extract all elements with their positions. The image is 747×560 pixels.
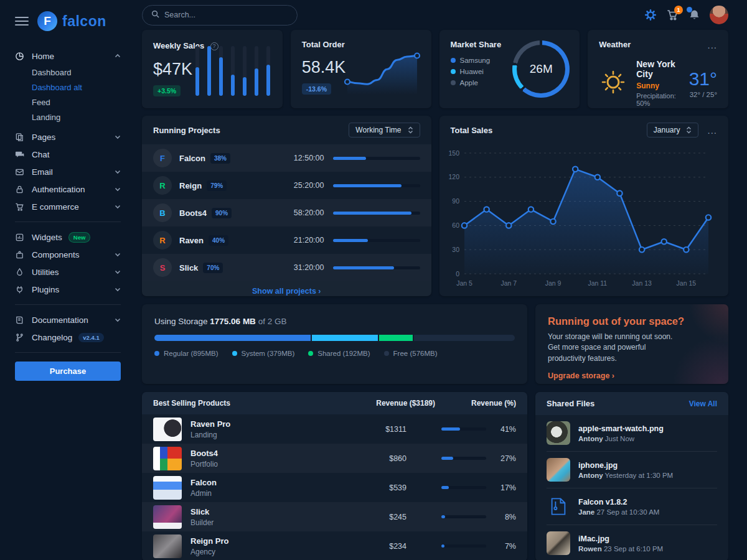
legend-dot <box>384 351 389 356</box>
search-input[interactable] <box>164 11 288 19</box>
legend-item: Free (576MB) <box>384 350 438 357</box>
bell-icon[interactable] <box>688 9 700 21</box>
legend-dot <box>451 69 456 74</box>
product-row[interactable]: Raven ProLanding $1311 41% <box>142 414 527 444</box>
sidebar-item-home[interactable]: Home <box>15 47 121 65</box>
product-row[interactable]: Reign ProAgency $234 7% <box>142 531 527 560</box>
settings-gear-icon[interactable] <box>644 9 657 21</box>
product-row[interactable]: SlickBuilder $245 8% <box>142 502 527 531</box>
home-submenu: Dashboard Dashboard alt Feed Landing <box>15 65 121 124</box>
sidebar-item-utilities[interactable]: Utilities <box>15 263 121 281</box>
project-row[interactable]: F Falcon 38% 12:50:00 <box>142 144 431 172</box>
avatar[interactable] <box>710 6 728 24</box>
product-thumbnail <box>153 476 182 500</box>
water-drop-icon <box>15 268 26 277</box>
weekly-sales-bar-chart <box>195 46 270 96</box>
working-time-select[interactable]: Working Time <box>349 123 420 138</box>
project-progress-bar <box>333 212 420 215</box>
falcon-logo[interactable]: F falcon <box>37 11 106 31</box>
hamburger-menu-icon[interactable] <box>15 14 29 28</box>
market-share-card: Market Share Samsung Huawei Apple 26M <box>439 30 580 108</box>
sidebar-nav-docs: Documentation Changelog v2.4.1 <box>0 311 132 346</box>
sidebar-item-pages[interactable]: Pages <box>15 128 121 146</box>
sidebar-divider <box>15 352 121 353</box>
file-row[interactable]: Falcon v1.8.2 Jane 27 Sep at 10:30 AM <box>547 488 717 525</box>
sidebar-item-widgets[interactable]: Widgets New <box>15 228 121 246</box>
space-title: Running out of your space? <box>548 315 716 327</box>
project-progress-badge: 70% <box>203 263 223 273</box>
weather-condition: Sunny <box>636 82 680 90</box>
sidebar-item-email[interactable]: Email <box>15 163 121 180</box>
search-box[interactable] <box>142 5 298 26</box>
project-row[interactable]: S Slick 70% 31:20:00 <box>142 254 431 281</box>
sidebar-item-landing[interactable]: Landing <box>32 110 121 124</box>
email-icon <box>15 167 26 177</box>
total-order-card: Total Order 58.4K -13.6% <box>291 30 431 108</box>
sidebar-item-documentation[interactable]: Documentation <box>15 311 121 329</box>
file-row[interactable]: iMac.jpg Rowen 23 Sep at 6:10 PM <box>547 525 717 560</box>
weather-title: Weather <box>599 40 631 50</box>
sidebar-item-authentication[interactable]: Authentication <box>15 180 121 198</box>
upgrade-storage-link[interactable]: Upgrade storage › <box>548 371 614 380</box>
market-share-donut-chart: 26M <box>512 40 570 98</box>
month-select[interactable]: January <box>647 123 699 138</box>
cart-icon[interactable]: 1 <box>666 9 679 21</box>
legend-item: Shared (192MB) <box>308 350 370 357</box>
legend-dot <box>451 80 456 85</box>
chat-icon <box>15 150 26 159</box>
sidebar-item-dashboard-alt[interactable]: Dashboard alt <box>32 80 121 95</box>
project-progress-badge: 79% <box>207 180 227 191</box>
project-progress-bar <box>333 239 420 242</box>
weather-card: Weather ... New York City Sunny Precipit… <box>588 30 728 108</box>
space-body: Your storage will be running out soon. G… <box>548 332 685 364</box>
product-row[interactable]: Boots4Portfolio $860 27% <box>142 444 527 473</box>
plug-icon <box>15 285 26 294</box>
sidebar-nav-modules: Widgets New Components Utilities <box>0 228 132 298</box>
file-row[interactable]: apple-smart-watch.png Antony Just Now <box>547 415 717 452</box>
file-row[interactable]: iphone.jpg Antony Yesterday at 1:30 PM <box>547 452 717 488</box>
storage-legend: Regular (895MB) System (379MB) Shared (1… <box>154 350 515 357</box>
more-options-icon[interactable]: ... <box>707 125 717 136</box>
lock-icon <box>15 185 26 194</box>
pages-icon <box>15 133 26 142</box>
upgrade-space-card: Running out of your space? Your storage … <box>535 304 728 384</box>
project-progress-badge: 90% <box>212 208 232 218</box>
file-thumbnail <box>547 458 570 482</box>
weather-temp: 31° <box>689 68 717 90</box>
legend-dot <box>232 351 237 356</box>
storage-card: Using Storage 1775.06 MB of 2 GB Regular… <box>142 304 527 384</box>
product-row[interactable]: FalconAdmin $539 17% <box>142 473 527 502</box>
project-avatar: S <box>153 258 172 277</box>
sidebar-item-changelog[interactable]: Changelog v2.4.1 <box>15 329 121 346</box>
weather-range: 32° / 25° <box>689 91 717 98</box>
revenue-bar <box>441 486 486 489</box>
revenue-bar <box>441 515 486 518</box>
purchase-button[interactable]: Purchase <box>15 362 121 381</box>
view-all-link[interactable]: View All <box>689 399 717 408</box>
sidebar-item-components[interactable]: Components <box>15 246 121 263</box>
project-row[interactable]: R Raven 40% 21:20:00 <box>142 226 431 254</box>
legend-item: System (379MB) <box>232 350 295 357</box>
product-thumbnail <box>153 505 182 529</box>
sidebar-item-plugins[interactable]: Plugins <box>15 281 121 298</box>
project-row[interactable]: R Reign 79% 25:20:00 <box>142 172 431 199</box>
sidebar-item-dashboard[interactable]: Dashboard <box>32 65 121 80</box>
topbar: 1 <box>142 0 728 30</box>
sidebar-item-ecommerce[interactable]: E commerce <box>15 198 121 215</box>
svg-text:Jan 7: Jan 7 <box>500 279 517 287</box>
file-thumbnail <box>547 421 570 445</box>
show-all-projects-link[interactable]: Show all projects › <box>142 281 431 296</box>
file-archive-icon <box>547 495 570 518</box>
project-row[interactable]: B Boots4 90% 58:20:00 <box>142 199 431 226</box>
products-table-header: Best Selling Products Revenue ($3189) Re… <box>142 392 527 414</box>
file-thumbnail <box>547 531 570 555</box>
project-time: 21:20:00 <box>294 236 324 245</box>
svg-text:Jan 5: Jan 5 <box>456 279 472 287</box>
main-content: 1 Weekly Sales ? $47K +3.5% <box>132 0 747 560</box>
more-options-icon[interactable]: ... <box>707 40 717 50</box>
version-badge: v2.4.1 <box>78 333 103 342</box>
sidebar-item-feed[interactable]: Feed <box>32 95 121 110</box>
sidebar-item-chat[interactable]: Chat <box>15 146 121 163</box>
widgets-icon <box>15 233 26 242</box>
revenue-bar <box>441 457 486 460</box>
